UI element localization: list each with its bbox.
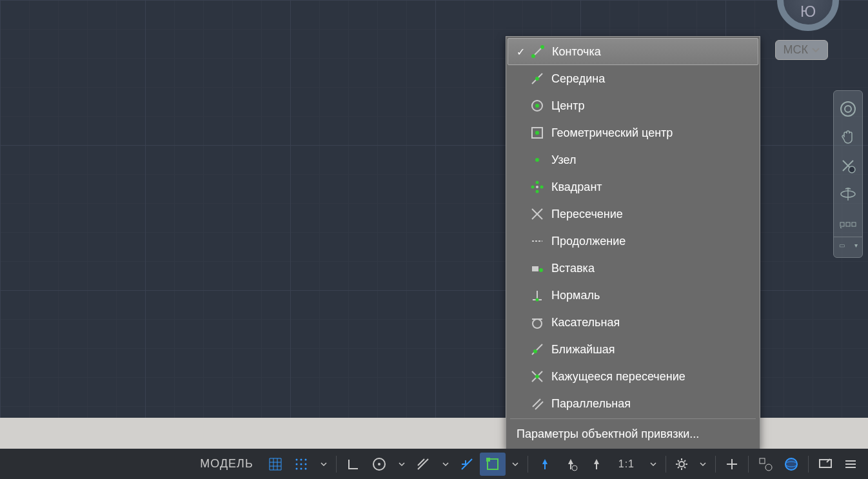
midpoint-snap-icon (527, 72, 547, 86)
chevron-down-icon (512, 461, 518, 467)
menu-item-nearest[interactable]: Ближайшая (508, 336, 758, 363)
osnap-icon (485, 456, 500, 472)
polar-tracking-toggle[interactable] (366, 453, 392, 476)
nav-zoom[interactable] (834, 152, 862, 180)
menu-item-label: Центр (551, 99, 585, 113)
object-snap-toggle[interactable] (480, 453, 506, 476)
svg-point-20 (540, 186, 544, 189)
menu-item-quadrant[interactable]: Квадрант (508, 173, 758, 200)
perpendicular-snap-icon (527, 288, 547, 302)
menu-item-geometric-center[interactable]: Геометрический центр (508, 119, 758, 146)
navigation-bar: ▭▾ (833, 90, 863, 258)
plus-icon (725, 457, 739, 471)
annotation-auto-toggle[interactable] (558, 453, 584, 476)
globe-icon (784, 456, 799, 472)
osnap-track-icon (459, 456, 475, 472)
svg-rect-25 (532, 266, 538, 271)
menu-item-label: Касательная (551, 316, 620, 329)
annotation-visibility-toggle[interactable] (584, 453, 609, 476)
svg-point-74 (785, 458, 797, 470)
menu-footer-label: Параметры объектной привязки... (517, 427, 699, 441)
hardware-acceleration-button[interactable] (778, 453, 804, 476)
menu-item-midpoint[interactable]: Середина (508, 65, 758, 92)
endpoint-snap-icon (528, 44, 548, 59)
svg-point-50 (304, 463, 306, 465)
customization-button[interactable] (838, 453, 863, 476)
svg-point-47 (304, 458, 306, 460)
menu-item-label: Узел (551, 153, 576, 167)
svg-point-60 (572, 465, 577, 471)
annotation-scale-dropdown[interactable] (645, 453, 662, 476)
menu-item-perpendicular[interactable]: Нормаль (508, 282, 758, 309)
menu-item-insertion[interactable]: Вставка (508, 255, 758, 282)
nav-showmotion[interactable] (834, 208, 862, 237)
polar-tracking-dropdown[interactable] (393, 453, 410, 476)
insertion-snap-icon (527, 261, 547, 275)
nav-pan[interactable] (834, 123, 862, 152)
osnap-tracking-toggle[interactable] (454, 453, 480, 476)
gear-icon (675, 458, 688, 471)
nav-full-navigation-wheel[interactable] (834, 95, 862, 123)
showmotion-icon (839, 217, 857, 228)
isometric-drafting-toggle[interactable] (410, 453, 436, 476)
model-label: МОДЕЛЬ (200, 457, 253, 471)
menu-item-label: Параллельная (551, 397, 631, 411)
intersection-snap-icon (527, 207, 547, 221)
clean-screen-button[interactable] (813, 453, 838, 476)
apparent-intersection-snap-icon (527, 369, 547, 384)
snap-mode-dropdown[interactable] (315, 453, 332, 476)
ortho-mode-toggle[interactable] (340, 453, 366, 476)
menu-item-label: Квадрант (551, 181, 602, 194)
status-separator (808, 456, 809, 473)
menu-item-label: Нормаль (551, 289, 600, 302)
menu-item-label: Ближайшая (551, 343, 615, 357)
workspace-dropdown[interactable] (695, 453, 711, 476)
menu-item-node[interactable]: Узел (508, 146, 758, 173)
menu-osnap-settings[interactable]: Параметры объектной привязки... (508, 420, 758, 447)
svg-point-73 (765, 464, 772, 471)
svg-point-46 (300, 458, 302, 460)
status-bar: МОДЕЛЬ 1:1 (0, 449, 868, 479)
svg-rect-72 (760, 458, 765, 464)
svg-point-2 (849, 166, 855, 173)
status-separator (666, 456, 666, 473)
nearest-snap-icon (527, 342, 547, 357)
menu-item-tangent[interactable]: Касательная (508, 309, 758, 336)
snap-dots-icon (293, 456, 309, 472)
svg-point-45 (295, 458, 297, 460)
isometric-dropdown[interactable] (437, 453, 454, 476)
menu-item-intersection[interactable]: Пересечение (508, 200, 758, 228)
polar-icon (371, 456, 387, 472)
menu-item-label: Геометрический центр (551, 126, 673, 140)
menu-item-label: Кажущееся пересечение (551, 370, 686, 384)
nav-bar-footer[interactable]: ▭▾ (834, 237, 862, 253)
menu-item-center[interactable]: Центр (508, 92, 758, 119)
compass-south-label: Ю (800, 3, 816, 21)
geometric-center-snap-icon (527, 126, 547, 140)
status-separator (336, 456, 337, 473)
workspace-switching-button[interactable] (670, 453, 693, 476)
annotation-scale-button[interactable]: 1:1 (609, 453, 644, 476)
snap-mode-toggle[interactable] (288, 453, 314, 476)
nav-orbit[interactable] (834, 180, 862, 208)
chevron-down-icon (812, 48, 820, 53)
model-space-button[interactable]: МОДЕЛЬ (191, 453, 262, 476)
menu-item-apparent-intersection[interactable]: Кажущееся пересечение (508, 363, 758, 390)
menu-item-endpoint[interactable]: ✓ Конточка (508, 38, 758, 65)
svg-point-21 (536, 186, 538, 188)
grid-display-toggle[interactable] (262, 453, 288, 476)
ortho-icon (346, 456, 361, 472)
object-snap-dropdown[interactable] (507, 453, 524, 476)
svg-point-17 (536, 181, 539, 184)
ucs-badge[interactable]: МСК (775, 40, 828, 60)
menu-item-parallel[interactable]: Параллельная (508, 390, 758, 417)
annotation-scale-toggle[interactable] (532, 453, 558, 476)
svg-point-55 (378, 463, 380, 465)
svg-point-34 (535, 375, 539, 378)
chevron-down-icon (700, 461, 706, 467)
menu-separator (510, 418, 756, 419)
isolate-objects-button[interactable] (753, 453, 778, 476)
svg-point-19 (531, 186, 535, 189)
annotation-monitor-button[interactable] (720, 453, 744, 476)
menu-item-extension[interactable]: Продолжение (508, 228, 758, 255)
